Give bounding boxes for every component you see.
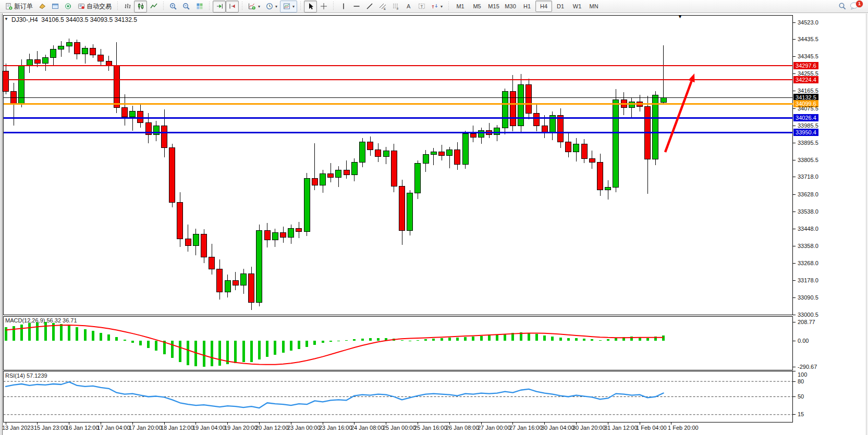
candle-body: [653, 95, 658, 159]
price-tick-label: 34435.5: [798, 36, 818, 42]
time-tick-label: 18 Jan 12:00: [161, 425, 194, 431]
macd-bar: [448, 338, 451, 341]
macd-bar: [36, 322, 39, 341]
main-panel-frame: [4, 16, 793, 315]
time-tick-label: 13 Jan 2023: [2, 425, 34, 431]
candle-body: [217, 269, 223, 292]
macd-bar: [211, 341, 213, 366]
macd-bar: [329, 341, 332, 342]
macd-bar: [242, 341, 245, 362]
macd-bar: [68, 326, 70, 341]
price-tick-label: 34255.5: [798, 70, 818, 77]
rsi-tick-label: 50: [798, 393, 804, 400]
macd-bar: [13, 326, 15, 341]
macd-bar: [472, 337, 474, 341]
chart-shift-marker-icon[interactable]: ▼: [678, 14, 682, 19]
macd-bar: [28, 323, 31, 341]
candle-body: [312, 179, 317, 185]
candle-body: [256, 230, 262, 302]
macd-bar: [424, 339, 427, 341]
macd-bar: [179, 341, 181, 362]
macd-bar: [147, 341, 150, 348]
macd-bar: [361, 339, 364, 341]
time-tick-label: 17 Jan 20:00: [129, 425, 162, 431]
macd-bar: [258, 341, 261, 359]
macd-bar: [417, 340, 419, 341]
time-tick-label: 19 Jan 04:00: [192, 425, 226, 431]
time-tick-label: 30 Jan 04:00: [541, 425, 574, 431]
price-tick-label: 33358.0: [798, 243, 818, 249]
macd-bar: [139, 341, 142, 345]
macd-bar: [84, 329, 87, 341]
macd-bar: [322, 341, 324, 343]
macd-bar: [92, 331, 94, 341]
candle-body: [122, 107, 128, 117]
macd-indicator-label: MACD(12,26,9) 56.32 36.71: [5, 317, 77, 324]
macd-bar: [607, 339, 609, 341]
candle-body: [3, 71, 9, 91]
price-tick-label: 33268.0: [798, 260, 818, 266]
candle-body: [296, 229, 302, 232]
candle-body: [581, 144, 587, 158]
macd-tick-label: -290.67: [798, 364, 817, 370]
macd-bar: [528, 333, 530, 341]
candle-body: [479, 131, 484, 138]
macd-bar: [171, 341, 174, 358]
macd-tick-label: 0.00: [798, 338, 809, 344]
macd-bar: [234, 341, 237, 363]
macd-bar: [599, 340, 602, 341]
macd-bar: [124, 340, 126, 341]
time-tick-label: 20 Jan 12:00: [255, 425, 289, 431]
candle-body: [518, 84, 524, 126]
macd-bar: [298, 341, 300, 349]
price-tick-label: 33090.5: [798, 294, 818, 301]
candle-body: [336, 170, 341, 178]
collapse-arrow-ic[interactable]: ▼: [4, 17, 8, 21]
candle-body: [470, 133, 476, 137]
price-tick-label: 34523.0: [798, 19, 818, 26]
macd-bar: [44, 322, 47, 341]
candle-body: [462, 133, 468, 164]
macd-bar: [60, 324, 63, 341]
price-tick-label: 33538.0: [798, 208, 818, 215]
candle-body: [272, 232, 278, 240]
macd-bar: [337, 341, 340, 341]
candle-body: [375, 150, 381, 157]
candle-body: [19, 65, 25, 104]
candle-body: [605, 187, 611, 190]
chart-canvas[interactable]: [0, 0, 868, 435]
candle-body: [225, 280, 230, 292]
time-tick-label: 25 Jan 00:00: [383, 425, 416, 431]
macd-bar: [646, 338, 649, 341]
candle-body: [558, 115, 564, 142]
candle-body: [130, 111, 136, 117]
candle-body: [280, 232, 286, 237]
macd-bar: [290, 341, 292, 351]
candle-body: [320, 174, 326, 185]
macd-bar: [488, 335, 491, 341]
candle-body: [455, 150, 460, 165]
candle-body: [542, 126, 547, 132]
rsi-indicator-label: RSI(14) 57.1239: [5, 372, 47, 379]
time-tick-label: 27 Jan 16:00: [509, 425, 543, 431]
macd-bar: [480, 336, 483, 341]
macd-bar: [305, 341, 308, 347]
candle-body: [185, 239, 191, 246]
time-tick-label: 25 Jan 16:00: [414, 425, 447, 431]
macd-bar: [567, 338, 570, 341]
time-tick-label: 23 Jan 00:00: [287, 425, 321, 431]
time-tick-label: 24 Jan 08:00: [351, 425, 384, 431]
macd-bar: [274, 341, 276, 355]
macd-bar: [432, 339, 435, 341]
candle-body: [249, 274, 254, 302]
candle-body: [423, 155, 429, 164]
time-tick-label: 1 Feb 20:00: [668, 425, 699, 431]
candle-body: [27, 59, 32, 65]
candle-body: [58, 46, 64, 49]
candle-body: [106, 61, 112, 65]
macd-bar: [353, 339, 356, 341]
macd-bar: [266, 341, 268, 357]
macd-tick-label: 208.77: [798, 319, 815, 325]
macd-bar: [5, 327, 7, 341]
price-tick-label: 34075.5: [798, 105, 818, 111]
